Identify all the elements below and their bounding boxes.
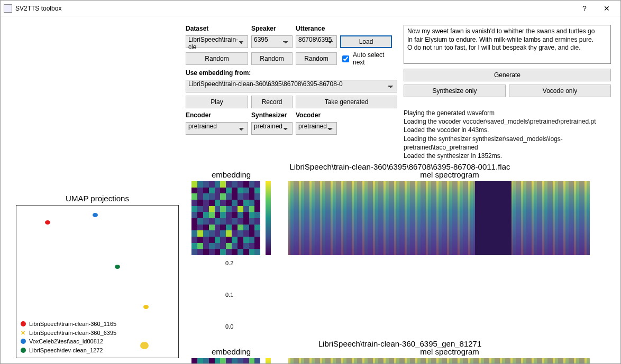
legend-marker xyxy=(21,348,26,353)
spectrogram1 xyxy=(288,181,590,255)
umap-point xyxy=(115,265,120,269)
encoder-select[interactable]: pretrained xyxy=(186,122,248,135)
plots-panel: LibriSpeech\train-clean-360\6395\86708\6… xyxy=(189,162,611,364)
controls-panel: Dataset Speaker Utterance LibriSpeech\tr… xyxy=(186,25,397,160)
umap-point xyxy=(140,342,149,349)
embedding1-colorbar xyxy=(266,181,271,255)
umap-point xyxy=(143,305,149,309)
umap-panel: UMAP projections LibriSpeech\train-clean… xyxy=(10,162,185,364)
spectrogram2 xyxy=(288,358,590,364)
dataset-select[interactable]: LibriSpeech\train-cle xyxy=(186,35,248,48)
embedding-from-label: Use embedding from: xyxy=(186,69,251,77)
embedding2-label: embedding xyxy=(189,347,273,356)
titlebar: SV2TTS toolbox ? ✕ xyxy=(1,1,620,16)
umap-legend: LibriSpeech\train-clean-360_1165✕LibriSp… xyxy=(19,319,118,356)
encoder-label: Encoder xyxy=(186,111,248,119)
embedding1-label: embedding xyxy=(189,170,273,179)
random-dataset-button[interactable]: Random xyxy=(186,52,248,65)
legend-marker: ✕ xyxy=(21,330,26,335)
auto-select-label: Auto select next xyxy=(353,51,392,66)
window-title: SV2TTS toolbox xyxy=(15,5,61,12)
embedding2-colorbar xyxy=(266,358,271,364)
umap-plot: LibriSpeech\train-clean-360_1165✕LibriSp… xyxy=(16,205,179,358)
text-input[interactable]: Now my sweet fawn is vanish'd to whither… xyxy=(404,25,611,64)
close-button[interactable]: ✕ xyxy=(601,4,612,13)
embedding2-heatmap xyxy=(191,358,260,364)
legend-label: LibriSpeech\train-clean-360_6395 xyxy=(29,329,116,338)
legend-label: VoxCeleb2\test\aac_id00812 xyxy=(29,337,103,346)
synthesizer-label: Synthesizer xyxy=(251,111,293,119)
load-button[interactable]: Load xyxy=(340,35,392,48)
embedding-select[interactable]: LibriSpeech\train-clean-360\6395\86708\6… xyxy=(186,80,397,92)
right-panel: Now my sweet fawn is vanish'd to whither… xyxy=(404,25,611,160)
legend-label: LibriSpeech\train-clean-360_1165 xyxy=(29,320,116,329)
utterance-label: Utterance xyxy=(296,25,337,32)
spectrogram2-label: mel spectrogram xyxy=(288,347,611,356)
auto-select-checkbox[interactable] xyxy=(342,55,349,62)
app-icon xyxy=(4,4,12,13)
legend-label: LibriSpeech\dev-clean_1272 xyxy=(29,346,103,355)
synthesizer-select[interactable]: pretrained xyxy=(251,122,293,135)
play-button[interactable]: Play xyxy=(186,96,248,108)
take-generated-button[interactable]: Take generated xyxy=(296,96,397,108)
legend-marker xyxy=(21,339,26,344)
embedding1-heatmap xyxy=(191,181,260,255)
app-window: SV2TTS toolbox ? ✕ Dataset Speaker Utter… xyxy=(0,0,621,364)
utterance-select[interactable]: 86708\6395 xyxy=(296,35,337,48)
umap-point xyxy=(45,220,50,225)
vocode-only-button[interactable]: Vocode only xyxy=(509,85,611,97)
embedding1-cbar-ticks: 0.2 0.1 0.0 xyxy=(225,257,239,331)
legend-marker xyxy=(21,321,26,326)
vocoder-select[interactable]: pretrained xyxy=(296,122,337,135)
dataset-label: Dataset xyxy=(186,25,248,32)
umap-title: UMAP projections xyxy=(10,194,185,203)
random-utterance-button[interactable]: Random xyxy=(296,52,337,65)
vocoder-label: Vocoder xyxy=(296,111,337,119)
record-button[interactable]: Record xyxy=(251,96,293,108)
help-button[interactable]: ? xyxy=(579,4,590,13)
speaker-select[interactable]: 6395 xyxy=(251,35,293,48)
umap-point xyxy=(93,213,98,217)
generate-button[interactable]: Generate xyxy=(404,69,611,81)
spectrogram1-label: mel spectrogram xyxy=(288,170,611,179)
random-speaker-button[interactable]: Random xyxy=(251,52,293,65)
log-output: Playing the generated waveform Loading t… xyxy=(404,109,611,160)
synthesize-only-button[interactable]: Synthesize only xyxy=(404,85,506,97)
speaker-label: Speaker xyxy=(251,25,293,32)
